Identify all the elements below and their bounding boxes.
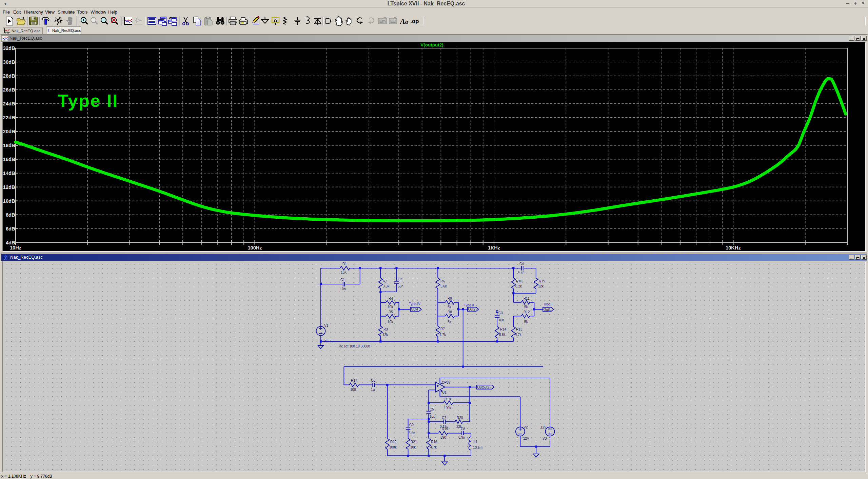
svg-text:.ac oct 100 10 30000: .ac oct 100 10 30000 bbox=[338, 344, 370, 348]
svg-text:V1: V1 bbox=[324, 324, 329, 327]
svg-text:5k: 5k bbox=[448, 320, 452, 324]
svg-text:4.7k: 4.7k bbox=[515, 333, 522, 337]
svg-text:R17: R17 bbox=[351, 379, 357, 382]
svg-text:10Hz: 10Hz bbox=[10, 245, 21, 251]
svg-text:4dB: 4dB bbox=[6, 240, 15, 245]
svg-text:C8: C8 bbox=[461, 427, 465, 431]
svg-text:16dB: 16dB bbox=[3, 157, 15, 162]
svg-text:20dB: 20dB bbox=[3, 129, 15, 134]
svg-text:Out4: Out4 bbox=[411, 307, 418, 311]
svg-text:R13: R13 bbox=[516, 327, 522, 331]
svg-text:6dB: 6dB bbox=[6, 226, 15, 232]
svg-text:12V: 12V bbox=[540, 425, 547, 429]
svg-text:12V: 12V bbox=[523, 437, 529, 440]
svg-text:OP37: OP37 bbox=[442, 381, 451, 384]
svg-text:C4: C4 bbox=[519, 262, 524, 266]
svg-text:10.5m: 10.5m bbox=[473, 446, 482, 450]
svg-text:U1: U1 bbox=[442, 391, 447, 394]
svg-text:1.0n: 1.0n bbox=[339, 287, 346, 291]
svg-text:32dB: 32dB bbox=[3, 45, 15, 51]
svg-text:10k: 10k bbox=[388, 305, 393, 309]
svg-text:R16: R16 bbox=[431, 440, 437, 444]
svg-text:8dB: 8dB bbox=[6, 212, 15, 218]
svg-text:R12: R12 bbox=[524, 310, 530, 314]
svg-text:V(output2): V(output2) bbox=[420, 42, 443, 47]
svg-text:C9: C9 bbox=[409, 423, 414, 427]
svg-text:100k: 100k bbox=[389, 445, 397, 449]
svg-text:R7: R7 bbox=[440, 327, 445, 331]
svg-text:.op: .op bbox=[410, 18, 419, 24]
svg-text:10n: 10n bbox=[498, 318, 504, 322]
svg-text:4.7n: 4.7n bbox=[518, 271, 524, 274]
svg-text:Em: Em bbox=[379, 19, 386, 24]
svg-text:14dB: 14dB bbox=[3, 171, 15, 176]
svg-text:EƎ: EƎ bbox=[390, 19, 396, 24]
svg-text:R1: R1 bbox=[342, 262, 347, 266]
svg-text:AC 1: AC 1 bbox=[324, 339, 332, 343]
svg-text:3.3k: 3.3k bbox=[383, 284, 390, 288]
svg-text:Type I: Type I bbox=[543, 302, 552, 306]
svg-text:4.7k: 4.7k bbox=[430, 445, 437, 449]
svg-text:5k: 5k bbox=[524, 320, 528, 324]
svg-text:Out2: Out2 bbox=[468, 307, 475, 311]
svg-text:R20: R20 bbox=[457, 416, 463, 420]
svg-text:8.2k: 8.2k bbox=[515, 284, 522, 288]
svg-text:10k: 10k bbox=[410, 445, 416, 449]
svg-text:R2: R2 bbox=[383, 279, 387, 283]
svg-text:V3: V3 bbox=[542, 437, 547, 440]
svg-text:100k: 100k bbox=[444, 406, 452, 410]
svg-text:10k: 10k bbox=[388, 320, 393, 324]
svg-text:R18: R18 bbox=[445, 397, 451, 401]
svg-text:22dB: 22dB bbox=[3, 115, 15, 120]
svg-text:12k: 12k bbox=[382, 333, 388, 337]
svg-text:Type IV: Type IV bbox=[409, 302, 420, 306]
svg-text:C5: C5 bbox=[430, 407, 434, 411]
svg-text:Type II: Type II bbox=[58, 91, 118, 111]
svg-text:28dB: 28dB bbox=[3, 73, 15, 79]
svg-text:5.6n: 5.6n bbox=[409, 431, 415, 435]
svg-text:R19: R19 bbox=[442, 427, 448, 431]
svg-text:R5: R5 bbox=[389, 310, 393, 314]
svg-text:390: 390 bbox=[440, 436, 446, 439]
svg-text:R4: R4 bbox=[389, 297, 393, 300]
svg-text:1KHz: 1KHz bbox=[488, 245, 500, 251]
svg-text:C1: C1 bbox=[340, 278, 345, 282]
svg-text:R22: R22 bbox=[390, 440, 397, 444]
svg-text:C7: C7 bbox=[442, 416, 446, 420]
svg-text:10dB: 10dB bbox=[3, 198, 15, 204]
svg-text:5.6k: 5.6k bbox=[440, 284, 447, 288]
svg-text:26dB: 26dB bbox=[3, 87, 15, 93]
svg-text:Out1: Out1 bbox=[544, 308, 551, 312]
svg-text:56n: 56n bbox=[398, 284, 403, 288]
svg-text:12dB: 12dB bbox=[3, 184, 15, 190]
svg-text:R11: R11 bbox=[524, 297, 530, 300]
svg-text:R15: R15 bbox=[539, 279, 545, 283]
svg-text:12k: 12k bbox=[538, 284, 544, 288]
svg-text:R9: R9 bbox=[448, 297, 452, 300]
svg-text:A: A bbox=[274, 17, 277, 23]
svg-text:R21.: R21. bbox=[411, 440, 418, 444]
svg-text:15K: 15K bbox=[341, 271, 347, 274]
svg-text:R3: R3 bbox=[383, 327, 388, 331]
svg-text:Aa: Aa bbox=[399, 17, 408, 25]
svg-text:6.8k: 6.8k bbox=[499, 333, 506, 337]
svg-text:L1: L1 bbox=[474, 440, 478, 444]
svg-text:R8: R8 bbox=[448, 310, 452, 314]
svg-text:V2: V2 bbox=[524, 425, 528, 429]
svg-text:30dB: 30dB bbox=[3, 59, 15, 65]
svg-text:R10.: R10. bbox=[516, 279, 523, 283]
svg-text:C3: C3 bbox=[498, 311, 503, 315]
svg-text:5k: 5k bbox=[524, 305, 528, 309]
svg-text:10µ: 10µ bbox=[430, 415, 435, 418]
svg-text:Output2: Output2 bbox=[477, 385, 489, 389]
svg-text:5k: 5k bbox=[448, 305, 452, 309]
svg-text:C2: C2 bbox=[398, 277, 402, 281]
svg-text:R14: R14 bbox=[500, 327, 507, 331]
svg-text:100Hz: 100Hz bbox=[248, 245, 262, 251]
svg-text:100: 100 bbox=[350, 388, 356, 392]
svg-text:1µ: 1µ bbox=[371, 388, 375, 392]
svg-text:18dB: 18dB bbox=[3, 143, 15, 148]
svg-text:10KHz: 10KHz bbox=[726, 245, 741, 251]
svg-text:24dB: 24dB bbox=[3, 101, 15, 106]
svg-text:R6: R6 bbox=[440, 279, 445, 283]
